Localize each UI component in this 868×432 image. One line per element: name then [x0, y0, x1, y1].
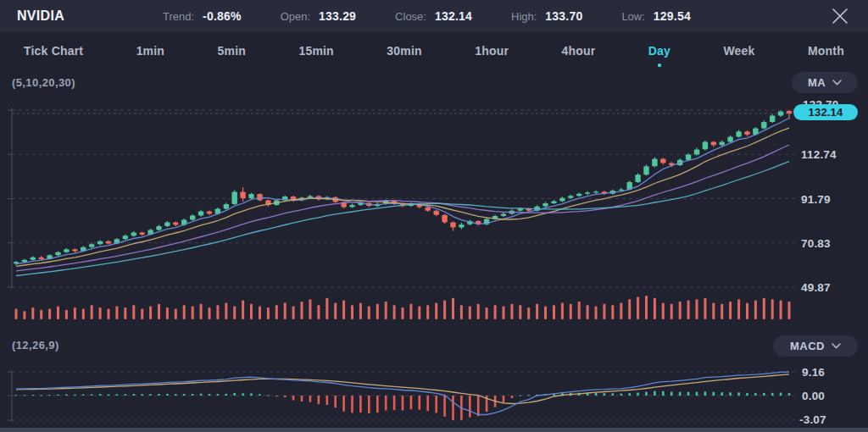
- ma-line-ma10: [16, 128, 789, 266]
- ma-line-ma30: [16, 162, 789, 276]
- price-chart-canvas[interactable]: [0, 0, 868, 432]
- macd-axis-label-min: -3.07: [799, 413, 826, 426]
- ma-line-ma5: [16, 119, 789, 264]
- price-axis-label-3: 70.83: [801, 237, 831, 250]
- price-axis-label-4: 49.87: [801, 281, 831, 294]
- price-axis-label-2: 91.79: [801, 193, 831, 206]
- bottom-scroll-track[interactable]: [0, 428, 868, 432]
- macd-params-label: (12,26,9): [12, 339, 59, 352]
- ma-lines: [16, 119, 789, 276]
- macd-axis-label-zero: 0.00: [802, 390, 825, 402]
- macd-axis-label-max: 9.16: [802, 366, 825, 379]
- volume-series: [15, 296, 791, 319]
- macd-panel: [8, 370, 795, 422]
- current-price-badge: 132.14: [793, 104, 858, 120]
- stock-chart-window: NVIDIA Trend: -0.86% Open: 133.29 Close:…: [0, 0, 868, 432]
- macd-histogram: [15, 391, 791, 420]
- macd-indicator-selector[interactable]: MACD: [773, 335, 858, 357]
- main-left-axis: [8, 108, 12, 289]
- candlestick-series: [14, 110, 792, 265]
- chevron-down-icon: [832, 343, 841, 349]
- price-axis-label-1: 112.74: [801, 148, 837, 161]
- macd-selector-label: MACD: [790, 340, 825, 352]
